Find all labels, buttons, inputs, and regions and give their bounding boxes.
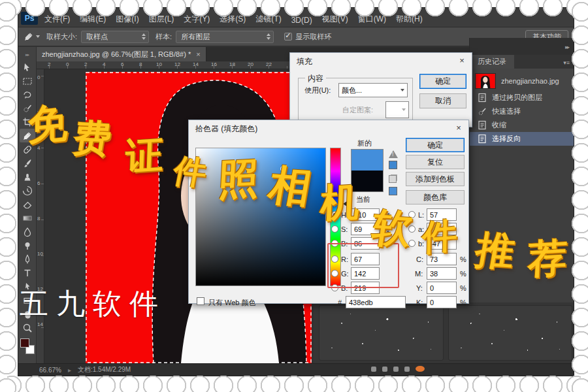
tab-history[interactable]: 历史记录 (470, 55, 514, 69)
use-dropdown[interactable]: 颜色... (338, 83, 408, 97)
sample-select[interactable]: 所有图层 (176, 31, 274, 43)
gamut-warning-icon[interactable] (389, 150, 398, 158)
picker-ok-button[interactable]: 确定 (406, 138, 465, 152)
sample-label: 样本: (155, 32, 172, 42)
y-unit: % (460, 284, 466, 292)
document-size-info: 文档:1.54M/2.29M (78, 365, 131, 374)
menu-file[interactable]: 文件(F) (44, 14, 70, 25)
menu-layer[interactable]: 图层(L) (149, 14, 174, 25)
menu-help[interactable]: 帮助(H) (396, 14, 423, 25)
k-unit: % (460, 299, 466, 306)
fill-cancel-button[interactable]: 取消 (419, 93, 466, 108)
menu-view[interactable]: 视图(V) (322, 14, 348, 25)
zoom-level[interactable]: 66.67% (39, 367, 61, 374)
color-picker-title: 拾色器 (填充颜色) (195, 123, 257, 135)
document-close-icon[interactable]: × (196, 50, 200, 58)
blur-tool[interactable] (20, 225, 35, 238)
watermark-char: 免 (27, 95, 68, 154)
menu-type[interactable]: 文字(Y) (184, 14, 210, 25)
watermark-char: 证 (125, 129, 165, 183)
use-dropdown-value: 颜色... (342, 86, 362, 95)
history-item-label: 通过拷贝的图层 (492, 93, 542, 103)
web-safe-swatch[interactable] (389, 187, 397, 195)
sample-size-label: 取样大小: (46, 32, 77, 42)
menu-window[interactable]: 窗口(W) (358, 14, 386, 25)
fill-dialog-close-icon[interactable]: × (456, 55, 468, 67)
picker-reset-button[interactable]: 复位 (406, 155, 465, 169)
clone-stamp-tool[interactable] (20, 170, 35, 184)
web-only-label: 只有 Web 颜色 (208, 298, 256, 308)
history-snapshot-row[interactable]: zhengjianzhao.jpg (470, 71, 574, 91)
custom-pattern-label: 自定图案: (342, 105, 373, 115)
history-item-contract[interactable]: 收缩 (470, 118, 574, 132)
menu-edit[interactable]: 编辑(E) (80, 14, 106, 25)
tool-preset-arrow-icon[interactable] (36, 35, 40, 38)
eraser-tool[interactable] (20, 197, 35, 211)
watermark-char: 费 (69, 113, 115, 165)
status-separator: ▸ (68, 367, 71, 374)
fill-dialog: 填充 × 内容 使用(U): 颜色... 自定图案: 确定 取消 (289, 52, 472, 127)
sample-value: 所有图层 (181, 32, 210, 42)
sample-size-value: 取样点 (86, 32, 108, 42)
history-item-quick-selection[interactable]: 快速选择 (470, 105, 574, 118)
fill-dialog-title: 填充 (297, 56, 312, 67)
menu-bar: Ps 文件(F) 编辑(E) 图像(I) 图层(L) 文字(Y) 选择(S) 滤… (18, 8, 574, 27)
menu-image[interactable]: 图像(I) (116, 14, 139, 25)
new-color-swatch (351, 149, 384, 171)
gamut-swatch[interactable] (389, 161, 397, 169)
menu-select[interactable]: 选择(S) (220, 14, 246, 25)
fill-ok-button[interactable]: 确定 (419, 74, 466, 89)
sample-size-select[interactable]: 取样点 (81, 31, 149, 43)
hex-field[interactable]: 438edb (346, 296, 406, 308)
color-picker-close-icon[interactable]: × (453, 122, 465, 134)
sparkle-panel (448, 305, 573, 361)
history-item-label: 快速选择 (492, 106, 521, 116)
y-field[interactable]: 0 (427, 282, 457, 294)
brand-watermark: 五九软件 (20, 285, 166, 323)
k-label: K: (416, 299, 423, 306)
quick-selection-icon (478, 106, 487, 116)
m-field[interactable]: 38 (427, 267, 457, 280)
menu-3d[interactable]: 3D(D) (291, 16, 312, 25)
rectangular-marquee-tool[interactable] (20, 74, 35, 88)
panel-menu-icon[interactable]: ▾≡ (563, 59, 570, 66)
history-panel-body: zhengjianzhao.jpg 通过拷贝的图层 快速选择 收缩 选择反向 (470, 69, 574, 146)
history-item-select-inverse[interactable]: 选择反向 (470, 132, 574, 146)
watermark-char: 软 (368, 202, 416, 257)
expand-dock-icon[interactable]: ▸▸ (565, 44, 568, 50)
type-tool[interactable] (20, 266, 35, 280)
add-to-swatches-button[interactable]: 添加到色板 (406, 172, 465, 186)
sparkle-panel (319, 305, 444, 361)
document-tab[interactable]: zhengjianzhao.jpg @ 66.7%(图层 1, RGB/8#) … (37, 47, 206, 61)
brush-tool[interactable] (20, 156, 35, 170)
watermark-char: 件 (421, 211, 457, 262)
history-panel-tab-bar: 历史记录 ▾≡ (470, 55, 574, 69)
pen-tool[interactable] (20, 252, 35, 266)
show-sampling-ring-label: 显示取样环 (295, 32, 331, 42)
m-unit: % (460, 270, 466, 278)
k-field[interactable]: 0 (427, 296, 457, 308)
panel-grip-icon: ▸▸ (25, 52, 29, 57)
scallop-border-left (0, 0, 20, 392)
select-arrows-icon (267, 33, 270, 40)
watermark-char: 机 (319, 175, 361, 231)
menu-filter[interactable]: 滤镜(T) (255, 14, 281, 25)
screenshot-root: Ps 文件(F) 编辑(E) 图像(I) 图层(L) 文字(Y) 选择(S) 滤… (0, 0, 588, 392)
snapshot-thumbnail (475, 73, 496, 89)
m-label: M: (415, 270, 423, 278)
move-tool[interactable] (20, 60, 35, 74)
y-label: Y: (416, 284, 423, 292)
web-only-checkbox[interactable] (197, 297, 204, 305)
history-state-icon (478, 120, 487, 130)
history-item-label: 收缩 (492, 120, 506, 130)
history-item-layer-via-copy[interactable]: 通过拷贝的图层 (470, 91, 574, 105)
history-brush-tool[interactable] (20, 184, 35, 197)
gradient-tool[interactable] (20, 211, 35, 225)
show-sampling-ring-checkbox[interactable] (284, 33, 292, 41)
dodge-tool[interactable] (20, 238, 35, 252)
foreground-color-swatch[interactable] (20, 338, 29, 348)
color-libraries-button[interactable]: 颜色库 (406, 190, 465, 204)
hex-label: # (338, 299, 342, 306)
document-tab-title: zhengjianzhao.jpg @ 66.7%(图层 1, RGB/8#) … (42, 50, 191, 59)
web-safe-cube-icon[interactable] (389, 175, 397, 183)
